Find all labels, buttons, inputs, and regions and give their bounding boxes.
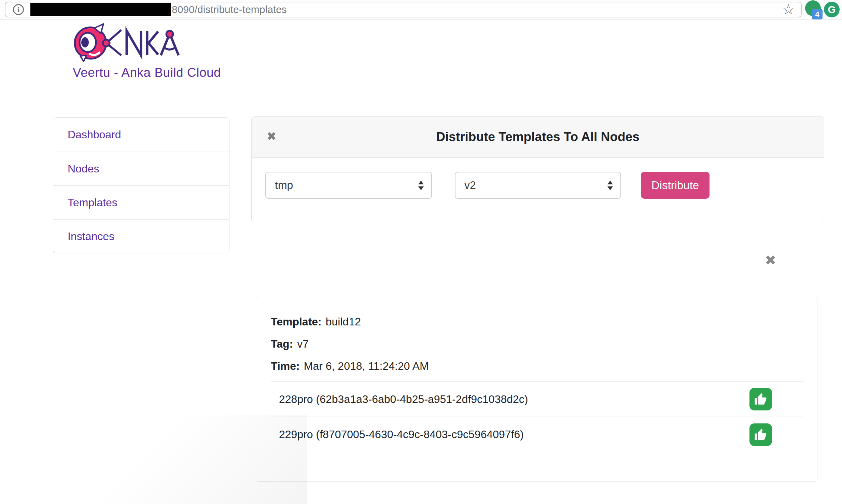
sidebar-item-instances[interactable]: Instances (53, 219, 229, 253)
close-icon[interactable]: ✖ (267, 130, 277, 142)
sidebar-item-templates[interactable]: Templates (53, 185, 229, 219)
select-arrows-icon (607, 181, 613, 190)
sidebar-item-nodes[interactable]: Nodes (53, 152, 229, 185)
template-value: build12 (326, 316, 361, 328)
anka-logo (70, 21, 183, 65)
tag-value: v7 (297, 338, 309, 350)
extension-badge: 4 (812, 9, 823, 19)
template-label: Template: (271, 316, 322, 328)
time-value: Mar 6, 2018, 11:24:20 AM (304, 360, 429, 373)
tag-select[interactable]: v2 (455, 172, 621, 199)
template-select-value: tmp (275, 179, 293, 192)
browser-toolbar: i 8090/distribute-templates ☆ 4 G (0, 0, 842, 19)
grammarly-icon[interactable]: G (824, 2, 840, 17)
close-icon[interactable]: ✖ (765, 253, 776, 267)
tag-line: Tag: v7 (271, 333, 803, 355)
anka-monster-icon (70, 21, 183, 64)
template-line: Template: build12 (271, 311, 803, 333)
distribute-panel-header: ✖ Distribute Templates To All Nodes (252, 117, 824, 158)
distribution-result-card: Template: build12 Tag: v7 Time: Mar 6, 2… (257, 297, 817, 482)
app-screen: i 8090/distribute-templates ☆ 4 G (0, 0, 842, 504)
sidebar-nav: Dashboard Nodes Templates Instances (53, 117, 229, 253)
redacted-url-host (30, 3, 171, 16)
distribute-panel: ✖ Distribute Templates To All Nodes tmp … (251, 116, 824, 222)
tag-select-value: v2 (464, 179, 476, 192)
page-info-icon[interactable]: i (13, 4, 24, 15)
time-label: Time: (271, 360, 300, 373)
thumbs-up-icon[interactable] (749, 388, 772, 410)
node-row: 229pro (f8707005-4630-4c9c-8403-c9c59640… (271, 417, 803, 452)
distribute-button[interactable]: Distribute (641, 172, 710, 199)
node-name: 229pro (f8707005-4630-4c9c-8403-c9c59640… (279, 428, 524, 441)
url-text: 8090/distribute-templates (172, 4, 287, 15)
select-arrows-icon (418, 181, 424, 190)
address-bar[interactable]: i 8090/distribute-templates ☆ (5, 2, 802, 17)
sidebar-item-dashboard[interactable]: Dashboard (53, 118, 229, 152)
brand-title: Veertu - Anka Build Cloud (73, 66, 221, 80)
template-select[interactable]: tmp (265, 172, 432, 199)
bookmark-star-icon[interactable]: ☆ (782, 2, 795, 17)
distribute-panel-title: Distribute Templates To All Nodes (252, 117, 824, 157)
thumbs-up-icon[interactable] (749, 423, 772, 446)
node-row: 228pro (62b3a1a3-6ab0-4b25-a951-2df9c103… (271, 382, 803, 417)
time-line: Time: Mar 6, 2018, 11:24:20 AM (271, 355, 803, 377)
tag-label: Tag: (271, 338, 293, 350)
node-name: 228pro (62b3a1a3-6ab0-4b25-a951-2df9c103… (279, 393, 528, 406)
result-meta: Template: build12 Tag: v7 Time: Mar 6, 2… (271, 297, 803, 377)
